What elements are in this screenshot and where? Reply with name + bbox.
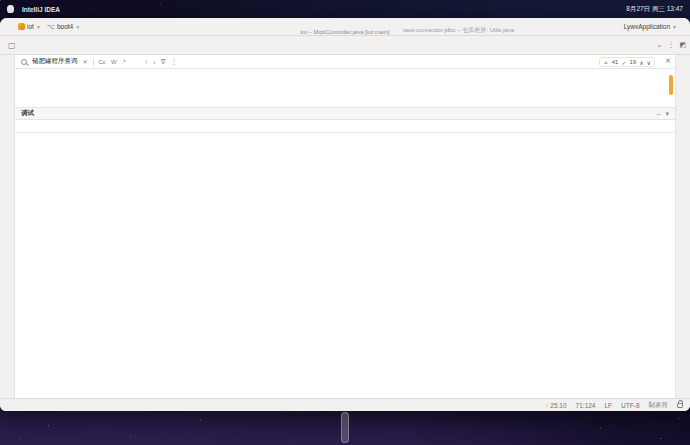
regex-toggle[interactable]: .*: [122, 59, 126, 65]
status-bar-right: ↑ 25.10 71:124 LF UTF-8 制表符: [545, 401, 683, 410]
update-widget[interactable]: ↑ 25.10: [545, 402, 566, 409]
git-branch-icon: ⌥: [47, 23, 55, 31]
folder-icon[interactable]: ▢: [8, 41, 16, 50]
hidden-tabs-chevron-icon[interactable]: ⌄: [657, 41, 663, 49]
caret-position[interactable]: 71:124: [576, 402, 596, 409]
passed-count: 19: [630, 59, 637, 65]
chevron-down-icon: ▼: [36, 24, 41, 30]
next-match-icon[interactable]: ↓: [153, 58, 156, 65]
apple-menu-icon[interactable]: [7, 5, 14, 13]
right-tool-stripe: [675, 55, 690, 398]
clear-search-icon[interactable]: ✕: [83, 58, 88, 65]
project-widget[interactable]: iot ▼: [18, 23, 41, 30]
next-problem-icon[interactable]: ∨: [647, 59, 651, 66]
left-tool-stripe: [0, 55, 15, 398]
project-name: iot: [27, 23, 34, 30]
notifications-bell-icon[interactable]: ◩: [679, 41, 686, 49]
editor-tabs: [20, 36, 654, 54]
ide-main-area: 储肥罐程序查询 ✕ Cc W .* ↑ ↓ ∇ ⋮ ▲ 41 ✓ 19 ∧ ∨: [0, 55, 690, 398]
indent-style[interactable]: 制表符: [649, 401, 669, 410]
chevron-down-icon: ▼: [672, 24, 677, 30]
macos-menu-bar: IntelliJ IDEA 8月27日 周三 13:47: [0, 0, 690, 18]
prev-problem-icon[interactable]: ∧: [639, 59, 643, 66]
titlebar-actions: LywxApplication ▼: [624, 23, 682, 30]
chevron-down-icon: ▼: [75, 24, 80, 30]
warning-icon: ▲: [603, 59, 608, 65]
macos-dock: [341, 412, 349, 443]
update-version: 25.10: [550, 402, 566, 409]
inspections-widget[interactable]: ▲ 41 ✓ 19 ∧ ∨: [599, 57, 655, 67]
close-find-icon[interactable]: ✕: [665, 57, 671, 65]
project-icon: [18, 23, 25, 30]
divider: [93, 58, 94, 66]
check-icon: ✓: [621, 59, 626, 66]
match-case-toggle[interactable]: Cc: [99, 59, 106, 65]
window-title: iot – MqttController.java [iot.main]: [0, 29, 690, 35]
debug-panel-label[interactable]: 调试: [21, 109, 34, 118]
read-lock-icon[interactable]: [677, 403, 683, 408]
status-bar: ↑ 25.10 71:124 LF UTF-8 制表符: [0, 398, 690, 411]
line-ending[interactable]: LF: [604, 402, 612, 409]
find-query[interactable]: 储肥罐程序查询: [32, 57, 78, 66]
debug-toolbar: [15, 120, 675, 133]
prev-match-icon[interactable]: ↑: [145, 58, 148, 65]
find-bar: 储肥罐程序查询 ✕ Cc W .* ↑ ↓ ∇ ⋮: [15, 55, 675, 69]
debug-console[interactable]: [15, 133, 675, 398]
window-title-bar: iot ▼ ⌥ boot4 ▼ iot – MqttController.jav…: [0, 18, 690, 36]
minimize-panel-icon[interactable]: –: [657, 110, 661, 118]
warning-count: 41: [612, 59, 619, 65]
whole-words-toggle[interactable]: W: [111, 59, 117, 65]
debug-panel-header: 调试 – ▾: [15, 108, 675, 120]
editor-tab-bar: ▢ ⌄ ⋮ ◩: [0, 36, 690, 55]
intellij-window: iot ▼ ⌥ boot4 ▼ iot – MqttController.jav…: [0, 18, 690, 411]
branch-name: boot4: [57, 23, 73, 30]
filter-icon[interactable]: ∇: [161, 58, 165, 66]
panel-header-actions: – ▾: [657, 110, 669, 118]
search-icon: [21, 59, 27, 65]
panel-options-icon[interactable]: ▾: [665, 110, 669, 118]
center-panels: 储肥罐程序查询 ✕ Cc W .* ↑ ↓ ∇ ⋮ ▲ 41 ✓ 19 ∧ ∨: [15, 55, 675, 398]
run-config-selector[interactable]: LywxApplication ▼: [624, 23, 677, 30]
file-encoding[interactable]: UTF-8: [621, 402, 639, 409]
tab-options-icon[interactable]: ⋮: [667, 41, 674, 49]
menu-clock[interactable]: 8月27日 周三 13:47: [626, 5, 683, 14]
find-more-icon[interactable]: ⋮: [170, 58, 177, 66]
app-menu-title[interactable]: IntelliJ IDEA: [22, 6, 60, 13]
update-arrow-icon: ↑: [545, 402, 548, 409]
code-editor[interactable]: ▲ 41 ✓ 19 ∧ ∨ ✕: [15, 69, 675, 108]
tabbar-extras: ⌄ ⋮ ◩: [657, 36, 687, 54]
error-stripe-marker[interactable]: [669, 75, 673, 95]
run-config-name: LywxApplication: [624, 23, 670, 30]
background-task-note: taos-connector-jdbc – 仓库差异: Utils.java: [403, 26, 514, 35]
branch-widget[interactable]: ⌥ boot4 ▼: [47, 23, 80, 31]
